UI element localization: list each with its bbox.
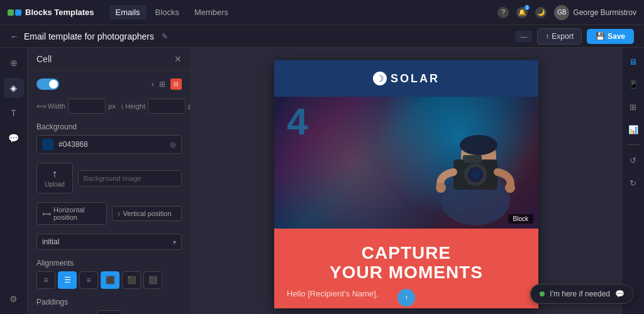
- eyedropper-icon[interactable]: ◎: [170, 141, 176, 149]
- back-button[interactable]: ←: [10, 31, 19, 41]
- email-photo: 4: [274, 97, 538, 229]
- zoom-control[interactable]: —: [515, 31, 532, 42]
- right-icon-mobile[interactable]: 📱: [625, 75, 642, 93]
- align-bottom-btn[interactable]: ⬛: [143, 271, 162, 289]
- neon-numbers: 4: [287, 103, 308, 141]
- notification-icon[interactable]: 🔔 1: [516, 7, 528, 18]
- align-middle-btn[interactable]: ⬛: [122, 271, 141, 289]
- upload-label: Upload: [45, 181, 65, 188]
- cell-toggle[interactable]: [36, 78, 59, 90]
- right-icon-undo[interactable]: ↺: [625, 151, 642, 169]
- svg-point-2: [460, 135, 497, 155]
- cell-panel: Cell ✕ ‹ ⊞ ⊟ ⟺ Width px: [28, 48, 191, 314]
- upload-row: ↑ Upload Background image: [36, 163, 182, 193]
- height-group: ↕ Height px: [121, 99, 191, 114]
- panel-close-button[interactable]: ✕: [174, 54, 182, 64]
- sidebar-icon-settings[interactable]: ⚙: [4, 289, 24, 309]
- vert-label: Vertical position: [123, 210, 172, 217]
- svg-point-8: [436, 183, 446, 193]
- horiz-icon: ⟺: [42, 210, 51, 217]
- scroll-indicator[interactable]: ↑: [397, 289, 415, 306]
- zoom-minus-icon: —: [520, 33, 527, 40]
- chevron-down-icon: ▾: [173, 239, 176, 246]
- svg-rect-4: [463, 155, 482, 163]
- panel-nav-icons: ‹ ⊞ ⊟: [152, 78, 182, 90]
- align-center-btn[interactable]: ☰: [58, 271, 77, 289]
- background-section: Background #043868 ◎: [36, 122, 182, 154]
- panel-title: Cell: [36, 54, 52, 64]
- upload-button[interactable]: ↑ Upload: [36, 163, 73, 193]
- edit-title-icon[interactable]: ✎: [162, 32, 168, 41]
- solar-crescent-icon: ☽: [376, 73, 384, 84]
- alignments-label: Alignments: [36, 259, 182, 268]
- export-button[interactable]: ↑ Export: [537, 28, 582, 45]
- right-divider: [627, 144, 640, 145]
- export-label: Export: [552, 32, 574, 41]
- save-button[interactable]: 💾 Save: [587, 29, 634, 44]
- width-label: ⟺ Width: [36, 102, 65, 111]
- chat-bubble[interactable]: I'm here if needed 💬: [530, 284, 634, 304]
- avatar-initials: GB: [557, 9, 566, 16]
- height-label: ↕ Height: [121, 102, 145, 110]
- nav-tabs: Emails Blocks Members: [109, 5, 235, 19]
- position-row: ⟺ Horizontal position ↕ Vertical positio…: [36, 202, 182, 225]
- page-title: Email template for photographers: [24, 31, 154, 41]
- email-header: ☽ SOLAR: [274, 60, 538, 97]
- logo-sq-green: [8, 9, 14, 16]
- width-input[interactable]: [68, 99, 106, 114]
- nav-tab-blocks[interactable]: Blocks: [149, 5, 186, 19]
- export-icon: ↑: [545, 32, 549, 41]
- width-unit: px: [108, 102, 116, 110]
- canvas-area[interactable]: ☽ SOLAR 4: [191, 48, 621, 314]
- sidebar-icon-layers[interactable]: ◈: [4, 78, 24, 98]
- chevron-left-icon[interactable]: ‹: [152, 80, 154, 89]
- height-input[interactable]: [148, 99, 186, 114]
- avatar-circle: GB: [554, 5, 569, 20]
- user-name: George Burmistrov: [573, 8, 636, 17]
- save-icon: 💾: [596, 32, 605, 41]
- user-avatar[interactable]: GB George Burmistrov: [554, 5, 636, 20]
- block-badge: Block: [508, 214, 533, 224]
- align-right-btn[interactable]: ≡: [79, 271, 98, 289]
- position-value: initial: [42, 237, 59, 246]
- logo-sq-blue: [15, 9, 21, 16]
- sidebar-icon-add[interactable]: ⊕: [4, 53, 24, 73]
- right-icon-tablet[interactable]: ⊞: [625, 98, 642, 116]
- color-picker-row[interactable]: #043868 ◎: [36, 135, 182, 154]
- position-select[interactable]: initial ▾: [36, 234, 182, 250]
- sidebar-icon-comment[interactable]: 💬: [4, 128, 24, 148]
- bg-image-placeholder: Background image: [84, 175, 142, 182]
- svg-point-9: [505, 183, 515, 193]
- nav-tab-emails[interactable]: Emails: [109, 5, 147, 19]
- right-icon-preview[interactable]: 📊: [625, 121, 642, 138]
- camera-person-svg: [419, 100, 532, 225]
- background-image-input[interactable]: Background image: [78, 170, 182, 187]
- toggle-knob: [49, 80, 58, 89]
- main-layout: ⊕ ◈ T 💬 ⚙ Cell ✕ ‹ ⊞ ⊟: [0, 48, 644, 314]
- alignments-section: Alignments ≡ ☰ ≡ ⬛ ⬛ ⬛: [36, 259, 182, 289]
- sidebar-icon-text[interactable]: T: [4, 103, 24, 123]
- pad-top-input[interactable]: [97, 310, 122, 314]
- chat-label: I'm here if needed: [550, 290, 610, 298]
- right-icon-redo[interactable]: ↻: [625, 174, 642, 192]
- nav-tab-members[interactable]: Members: [188, 5, 235, 19]
- grid-red-icon[interactable]: ⊟: [170, 78, 182, 90]
- help-icon[interactable]: ?: [497, 7, 509, 18]
- solar-logo-text: SOLAR: [391, 72, 440, 85]
- layout-icon[interactable]: ⊞: [159, 80, 165, 89]
- paddings-label: Paddings: [36, 298, 182, 306]
- theme-icon[interactable]: 🌙: [535, 7, 547, 18]
- align-buttons-row: ≡ ☰ ≡ ⬛ ⬛ ⬛: [36, 271, 182, 289]
- vertical-position-btn[interactable]: ↕ Vertical position: [112, 206, 182, 221]
- align-left-btn[interactable]: ≡: [36, 271, 55, 289]
- vert-icon: ↕: [118, 210, 121, 217]
- pad-top-row: [97, 310, 122, 314]
- toggle-row: ‹ ⊞ ⊟: [36, 78, 182, 90]
- right-icon-desktop[interactable]: 🖥: [625, 53, 642, 70]
- align-top-btn[interactable]: ⬛: [101, 271, 119, 289]
- panel-body: ‹ ⊞ ⊟ ⟺ Width px ↕ Height px: [28, 71, 191, 314]
- chat-online-indicator: [540, 291, 545, 296]
- horizontal-position-btn[interactable]: ⟺ Horizontal position: [36, 202, 107, 225]
- chat-icon: 💬: [615, 290, 625, 298]
- panel-header: Cell ✕: [28, 48, 191, 71]
